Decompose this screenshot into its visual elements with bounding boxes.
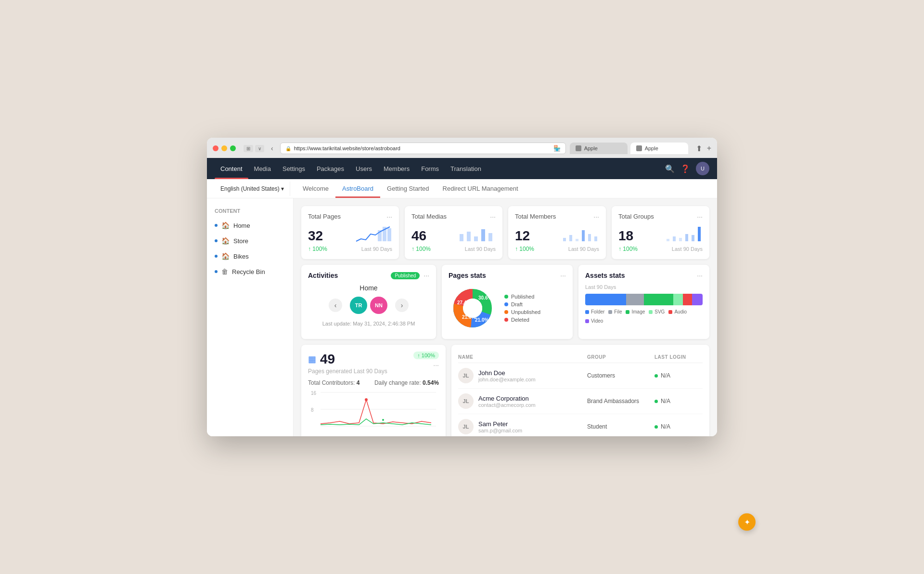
window-controls: ⊞ ∨ (244, 145, 264, 152)
member-info-acme: JL Acme Corporation contact@acmecorp.com (458, 393, 587, 409)
sub-tab-getting-started[interactable]: Getting Started (380, 179, 436, 198)
sub-tab-redirect[interactable]: Redirect URL Management (436, 179, 525, 198)
legend-label-file: File (614, 309, 622, 314)
sidebar-label-home: Home (233, 222, 250, 229)
assets-stats-menu[interactable]: ··· (697, 272, 703, 279)
th-last-login: LAST LOGIN (654, 354, 703, 360)
nav-item-users[interactable]: Users (350, 158, 378, 179)
tab-apple-2[interactable]: Apple (630, 143, 688, 154)
sub-tab-welcome[interactable]: Welcome (296, 179, 335, 198)
dot-image (626, 310, 629, 314)
stat-change-members: ↑ 100% (515, 246, 534, 252)
minimize-button[interactable] (221, 145, 227, 151)
activities-prev-btn[interactable]: ‹ (329, 299, 342, 312)
th-name: NAME (458, 354, 587, 360)
assets-stats-title: Assets stats (585, 272, 625, 279)
stat-menu-pages[interactable]: ··· (386, 213, 392, 221)
svg-rect-5 (474, 236, 478, 241)
expand-dot-home (215, 224, 218, 227)
nav-item-content[interactable]: Content (215, 158, 248, 179)
svg-rect-14 (667, 239, 669, 241)
store-icon: 🏠 (221, 237, 230, 245)
bar-folder (585, 294, 626, 305)
member-group-sam: Student (587, 423, 654, 430)
nav-item-media[interactable]: Media (248, 158, 277, 179)
activities-title: Activities (308, 272, 338, 279)
online-dot-john (654, 374, 658, 378)
sidebar-item-bikes[interactable]: 🏠 Bikes (207, 248, 293, 264)
legend-label-audio: Audio (674, 309, 687, 314)
stat-menu-groups[interactable]: ··· (697, 213, 703, 221)
nav-item-packages[interactable]: Packages (311, 158, 350, 179)
pages-stats-menu[interactable]: ··· (560, 272, 566, 279)
close-button[interactable] (213, 145, 218, 151)
svg-rect-18 (692, 235, 694, 241)
grid-view-icon[interactable]: ⊞ (244, 145, 253, 152)
nav-item-settings[interactable]: Settings (277, 158, 311, 179)
browser-chrome: ⊞ ∨ ‹ 🔒 https://www.tarikrital.website/s… (207, 138, 717, 158)
main-layout: Content 🏠 Home 🏠 Store 🏠 Bikes (207, 198, 717, 436)
member-name-acme: Acme Corporation (478, 395, 536, 402)
sidebar-item-home[interactable]: 🏠 Home (207, 218, 293, 233)
back-button[interactable]: ‹ (268, 144, 276, 153)
member-avatar-sam: JL (458, 419, 474, 434)
nav-item-forms[interactable]: Forms (415, 158, 445, 179)
site-icon: 🏪 (553, 145, 561, 152)
member-avatar-acme: JL (458, 393, 474, 409)
member-info-sam: JL Sam Peter sam.p@gmail.com (458, 419, 587, 434)
published-badge: Published (391, 272, 420, 279)
activities-menu[interactable]: ··· (424, 272, 429, 279)
nav-item-members[interactable]: Members (378, 158, 415, 179)
svg-rect-16 (679, 238, 682, 241)
language-selector[interactable]: English (United States) ▾ (215, 182, 290, 196)
table-row: JL John Doe john.doe@example.com Custome… (458, 363, 703, 389)
add-tab-icon[interactable]: + (707, 144, 711, 153)
nav-icons: 🔍 ❓ U (665, 162, 709, 175)
legend-label-unpublished: Unpublished (511, 309, 540, 315)
address-bar[interactable]: 🔒 https://www.tarikrital.website/store/a… (280, 143, 566, 154)
legend-svg: SVG (649, 309, 665, 314)
stat-period-groups: Last 90 Days (672, 246, 703, 252)
floating-action-button[interactable]: ✦ (738, 513, 756, 531)
stat-menu-medias[interactable]: ··· (490, 213, 496, 221)
donut-legend: Published Draft Unpublished (504, 294, 540, 323)
user-avatar-nn: NN (370, 297, 387, 314)
stat-menu-members[interactable]: ··· (593, 213, 599, 221)
online-dot-sam (654, 425, 658, 429)
tab-apple-1[interactable]: Apple (570, 143, 628, 154)
contrib-row: Total Contributors: 4 Daily change rate:… (308, 379, 439, 386)
assets-stats-card: Assets stats ··· Last 90 Days (578, 265, 709, 339)
stat-value-medias: 46 (411, 228, 426, 244)
dot-folder (585, 310, 589, 314)
middle-row: Activities Published ··· Home ‹ (301, 265, 709, 339)
search-icon[interactable]: 🔍 (665, 164, 675, 173)
expand-dot-store (215, 239, 218, 242)
activities-next-btn[interactable]: › (395, 299, 409, 312)
sub-tab-astroboard[interactable]: AstroBoard (335, 179, 380, 198)
help-icon[interactable]: ❓ (680, 164, 690, 173)
legend-published: Published (504, 294, 540, 300)
pages-generated-card: ▦ 49 Pages generated Last 90 Days ↑ 100%… (301, 345, 446, 436)
share-icon[interactable]: ⬆ (696, 144, 702, 153)
member-email-sam: sam.p@gmail.com (478, 428, 522, 433)
bar-svg (673, 294, 683, 305)
legend-label-svg: SVG (654, 309, 665, 314)
member-group-acme: Brand Ambassadors (587, 398, 654, 404)
table-row: JL Acme Corporation contact@acmecorp.com… (458, 389, 703, 414)
sidebar-item-recycle-bin[interactable]: 🗑 Recycle Bin (207, 264, 293, 279)
nav-item-translation[interactable]: Translation (445, 158, 487, 179)
legend-dot-published (504, 295, 508, 299)
member-login-acme: N/A (654, 398, 703, 404)
maximize-button[interactable] (230, 145, 236, 151)
user-avatar[interactable]: U (696, 162, 709, 175)
sidebar-item-store[interactable]: 🏠 Store (207, 233, 293, 248)
th-group: GROUP (587, 354, 654, 360)
sparkline-pages (354, 224, 392, 244)
svg-rect-13 (594, 236, 597, 241)
bar-file (626, 294, 644, 305)
chevron-down-icon[interactable]: ∨ (255, 145, 264, 152)
svg-rect-17 (685, 234, 688, 241)
pages-gen-menu[interactable]: ··· (433, 361, 439, 369)
dot-video (585, 319, 589, 323)
online-dot-acme (654, 400, 658, 403)
